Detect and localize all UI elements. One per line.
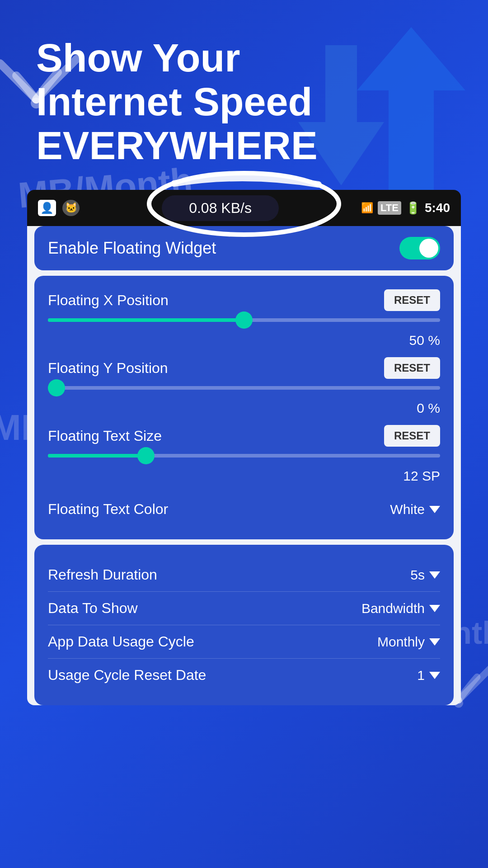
status-icons-right: 📶 LTE 🔋 5:40 [361, 201, 450, 215]
toggle-knob [419, 239, 438, 258]
floating-text-size-label: Floating Text Size [48, 428, 162, 444]
refresh-duration-arrow-icon [429, 571, 440, 579]
signal-bars-icon: 📶 [361, 202, 373, 214]
speed-center: 0.08 KB/s [80, 195, 361, 221]
floating-y-label: Floating Y Position [48, 360, 168, 377]
floating-text-color-arrow-icon [429, 506, 440, 513]
app-icon: 👤 [38, 200, 56, 216]
floating-text-color-label: Floating Text Color [48, 501, 168, 518]
floating-x-reset-button[interactable]: RESET [384, 289, 440, 311]
usage-cycle-reset-date-value: 1 [417, 668, 425, 683]
floating-text-size-reset-button[interactable]: RESET [384, 425, 440, 447]
app-data-usage-cycle-value: Monthly [377, 634, 425, 650]
data-to-show-row[interactable]: Data To Show Bandwidth [48, 592, 440, 625]
floating-x-label: Floating X Position [48, 292, 169, 309]
settings-card: Refresh Duration 5s Data To Show Bandwid… [34, 545, 454, 705]
cat-icon: 🐱 [62, 200, 80, 216]
floating-y-reset-button[interactable]: RESET [384, 357, 440, 379]
lte-badge: LTE [378, 201, 401, 215]
floating-text-color-dropdown[interactable]: White [390, 502, 440, 517]
usage-cycle-reset-date-row[interactable]: Usage Cycle Reset Date 1 [48, 659, 440, 692]
data-to-show-dropdown[interactable]: Bandwidth [361, 601, 440, 616]
refresh-duration-value: 5s [410, 567, 425, 583]
battery-icon: 🔋 [406, 201, 420, 215]
usage-cycle-reset-date-dropdown[interactable]: 1 [417, 668, 440, 683]
app-body: Enable Floating Widget Floating X Positi… [27, 226, 461, 705]
floating-y-value: 0 % [417, 401, 440, 415]
floating-text-color-value: White [390, 502, 425, 517]
enable-floating-widget-toggle[interactable] [399, 237, 440, 259]
floating-text-size-row: Floating Text Size RESET [48, 425, 440, 447]
app-data-usage-cycle-row[interactable]: App Data Usage Cycle Monthly [48, 625, 440, 658]
refresh-duration-label: Refresh Duration [48, 566, 157, 583]
data-to-show-arrow-icon [429, 605, 440, 612]
enable-floating-widget-label: Enable Floating Widget [48, 239, 216, 258]
data-to-show-value: Bandwidth [361, 601, 425, 616]
speed-display: 0.08 KB/s [162, 195, 279, 221]
floating-x-slider[interactable] [48, 318, 440, 322]
floating-text-size-slider[interactable] [48, 454, 440, 458]
floating-y-row: Floating Y Position RESET [48, 357, 440, 379]
app-screenshot: 👤 🐱 0.08 KB/s 📶 LTE 🔋 5:40 [0, 190, 488, 711]
floating-x-value: 50 % [409, 333, 440, 348]
app-data-usage-cycle-label: App Data Usage Cycle [48, 633, 194, 650]
position-settings-card: Floating X Position RESET 50 % Floating … [34, 276, 454, 539]
floating-text-color-row[interactable]: Floating Text Color White [48, 493, 440, 526]
usage-cycle-reset-date-label: Usage Cycle Reset Date [48, 667, 206, 684]
floating-text-size-value: 12 SP [403, 468, 440, 483]
enable-floating-widget-row[interactable]: Enable Floating Widget [34, 226, 454, 270]
hero-section: Show Your Internet Speed EVERYWHERE [0, 0, 488, 181]
status-icons-left: 👤 🐱 [38, 200, 80, 216]
floating-y-slider[interactable] [48, 386, 440, 390]
usage-cycle-reset-date-arrow-icon [429, 672, 440, 679]
hero-title: Show Your Internet Speed EVERYWHERE [36, 36, 452, 167]
app-data-usage-cycle-dropdown[interactable]: Monthly [377, 634, 440, 650]
refresh-duration-dropdown[interactable]: 5s [410, 567, 440, 583]
refresh-duration-row[interactable]: Refresh Duration 5s [48, 558, 440, 591]
status-bar: 👤 🐱 0.08 KB/s 📶 LTE 🔋 5:40 [27, 190, 461, 226]
data-to-show-label: Data To Show [48, 600, 138, 617]
app-data-usage-cycle-arrow-icon [429, 638, 440, 646]
floating-x-row: Floating X Position RESET [48, 289, 440, 311]
clock: 5:40 [425, 201, 450, 215]
main-content: Show Your Internet Speed EVERYWHERE 👤 🐱 [0, 0, 488, 868]
